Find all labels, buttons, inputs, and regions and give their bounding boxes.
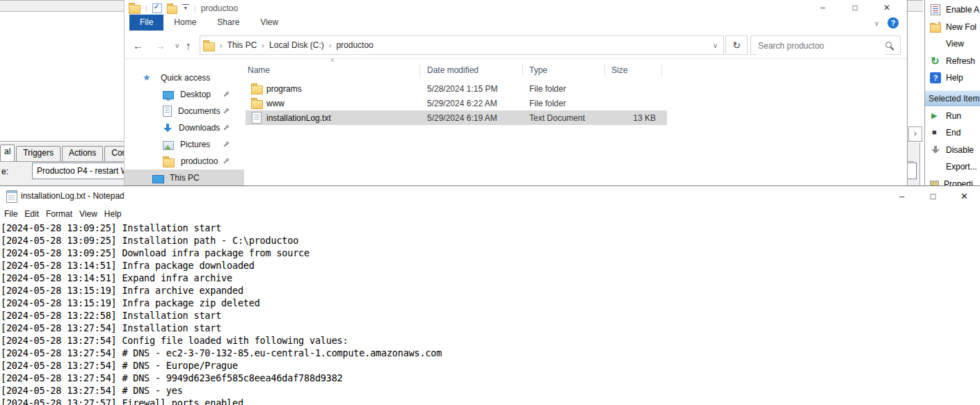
ribbon-tab[interactable]: Share <box>207 15 250 31</box>
menu-item[interactable]: View <box>76 207 101 221</box>
actions-pane-item[interactable]: View <box>925 35 980 53</box>
breadcrumb-item[interactable]: › productoo <box>324 40 373 50</box>
menu-item[interactable]: File <box>1 207 21 221</box>
sidebar-item-quick-access[interactable]: ★ Quick access <box>124 69 244 86</box>
column-divider[interactable] <box>419 63 420 77</box>
menu-item[interactable]: Help <box>101 207 125 221</box>
actions-pane-item[interactable]: Refresh <box>925 53 980 70</box>
notepad-text-area[interactable]: [2024-05-28 13:09:25] Installation start… <box>1 222 980 405</box>
column-header-size[interactable]: Size <box>611 65 627 75</box>
new-folder-qat-icon[interactable] <box>167 6 177 14</box>
help-icon[interactable]: ? <box>887 17 899 28</box>
file-row[interactable]: installationLog.txt 5/29/2024 6:19 AM Te… <box>246 110 667 125</box>
empty-icon <box>930 161 941 172</box>
customize-qat-icon[interactable]: ▾ <box>182 4 189 12</box>
sidebar-item-this-pc[interactable]: This PC <box>124 170 244 186</box>
minimize-button[interactable]: – <box>807 0 839 15</box>
navigation-bar: ← → ∨ ↑ › This PC › Local Disk <box>124 31 907 59</box>
explorer-window-controls: – □ ✕ <box>807 0 903 15</box>
ribbon-tab[interactable]: View <box>250 15 289 31</box>
minimize-icon: – <box>821 3 826 13</box>
address-dropdown-icon[interactable]: ∨ <box>713 42 718 49</box>
minimize-button[interactable]: – <box>886 186 917 206</box>
maximize-icon: □ <box>852 3 857 13</box>
forward-button[interactable]: → <box>155 31 166 59</box>
file-row[interactable]: programs 5/28/2024 1:15 PM File folder <box>246 81 667 96</box>
log-line: [2024-05-28 13:09:25] Installation path … <box>1 234 980 247</box>
notepad-window-controls: – □ ✕ <box>886 186 980 206</box>
column-header-date[interactable]: Date modified <box>427 65 479 75</box>
log-line: [2024-05-28 13:27:54] # DNS - yes <box>1 384 980 397</box>
address-bar[interactable]: › This PC › Local Disk (C:) › productoo <box>200 35 724 55</box>
back-button[interactable]: ← <box>133 31 143 59</box>
sort-ascending-icon: ∧ <box>330 57 335 63</box>
explorer-sidebar: ★ Quick access Desktop Documents <box>124 69 244 185</box>
address-folder-icon <box>203 42 215 51</box>
properties-check-icon[interactable] <box>152 3 162 13</box>
separator: | <box>194 4 196 13</box>
chevron-down-icon: ∨ <box>175 42 179 49</box>
file-row[interactable]: www 5/29/2024 6:22 AM File folder <box>246 96 667 110</box>
dialog-tab[interactable]: Actions <box>62 146 103 161</box>
chevron-right-icon: › <box>324 41 337 49</box>
log-line: [2024-05-28 13:27:54] Installation start <box>1 322 980 334</box>
sidebar-item[interactable]: Pictures <box>124 136 244 153</box>
notepad-window: installationLog.txt - Notepad – □ ✕ File… <box>0 185 980 405</box>
close-icon: ✕ <box>883 3 890 13</box>
column-header-type[interactable]: Type <box>529 65 547 75</box>
maximize-button[interactable]: □ <box>839 0 871 15</box>
actions-pane-item[interactable]: Export... <box>925 158 980 176</box>
scroll-right-button[interactable]: › <box>908 126 922 142</box>
minimize-icon: – <box>899 191 904 201</box>
expand-ribbon-icon[interactable]: ∨ <box>874 19 879 27</box>
actions-pane-item[interactable]: Enable A <box>925 1 980 19</box>
notepad-app-icon <box>6 190 17 203</box>
actions-pane-item[interactable]: Run <box>925 108 980 125</box>
log-line: [2024-05-28 13:15:19] Infra archive expa… <box>1 284 980 297</box>
maximize-icon: □ <box>931 191 936 201</box>
sidebar-item[interactable]: Desktop <box>124 86 244 103</box>
close-button[interactable]: ✕ <box>871 0 903 15</box>
log-line: [2024-05-28 13:27:57] Firewall ports ena… <box>1 397 980 405</box>
file-list: programs 5/28/2024 1:15 PM File folder w… <box>246 81 667 125</box>
actions-pane-item[interactable]: New Fol <box>925 19 980 36</box>
maximize-button[interactable]: □ <box>917 186 949 206</box>
file-list-header: Name Date modified Type Size <box>246 63 667 78</box>
sidebar-pinned-items: Desktop Documents Downloads <box>124 86 244 170</box>
end-icon <box>930 127 941 138</box>
sidebar-item[interactable]: Downloads <box>124 119 244 136</box>
menu-item[interactable]: Format <box>42 207 76 221</box>
pin-icon <box>223 108 229 115</box>
search-input[interactable] <box>757 37 885 55</box>
run-icon <box>930 110 941 122</box>
pictures-icon <box>163 141 174 150</box>
sidebar-item[interactable]: Documents <box>124 103 244 119</box>
actions-pane-item[interactable]: End <box>925 124 980 142</box>
dialog-tab[interactable]: al <box>0 144 15 161</box>
column-divider[interactable] <box>522 63 523 77</box>
actions-pane-item[interactable]: Help <box>925 69 980 87</box>
column-divider[interactable] <box>604 63 605 77</box>
ribbon-tab[interactable]: Home <box>163 15 207 31</box>
actions-pane-item[interactable]: Selected Item <box>925 90 980 106</box>
chevron-right-icon: › <box>914 129 917 138</box>
close-button[interactable]: ✕ <box>949 186 980 206</box>
column-header-name[interactable]: Name <box>248 65 270 75</box>
recent-locations-button[interactable]: ∨ <box>175 31 179 59</box>
search-icon <box>885 42 894 50</box>
up-button[interactable]: ↑ <box>186 31 191 59</box>
log-line: [2024-05-28 13:27:54] # DNS - ec2-3-70-1… <box>1 347 980 359</box>
dialog-tab[interactable]: Triggers <box>16 146 61 161</box>
pin-icon <box>223 92 229 98</box>
ribbon-tabs: File Home Share View <box>129 15 289 31</box>
actions-pane-item[interactable]: Properti <box>925 176 980 187</box>
actions-pane-item[interactable]: Disable <box>925 142 980 159</box>
column-divider[interactable] <box>661 63 662 77</box>
breadcrumb-item[interactable]: › This PC <box>215 40 257 50</box>
log-line: [2024-05-28 13:09:25] Installation start <box>1 222 980 234</box>
menu-item[interactable]: Edit <box>21 207 42 221</box>
refresh-button[interactable]: ↻ <box>725 35 748 55</box>
breadcrumb-item[interactable]: › Local Disk (C:) <box>257 40 323 50</box>
sidebar-item[interactable]: productoo <box>124 153 244 170</box>
ribbon-tab[interactable]: File <box>129 15 163 31</box>
